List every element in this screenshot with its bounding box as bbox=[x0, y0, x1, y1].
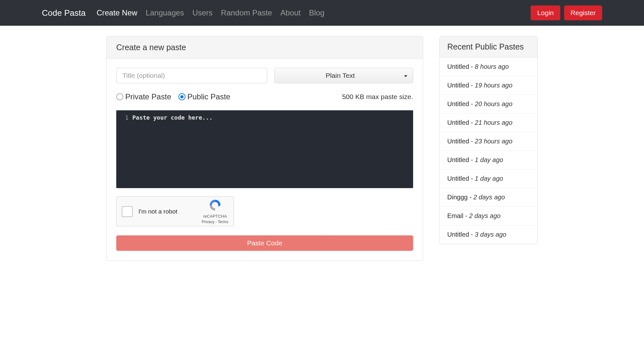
radio-checked-icon bbox=[178, 93, 185, 100]
sidebar-item-title: Untitled bbox=[447, 175, 469, 182]
sidebar-item-recent[interactable]: Untitled - 1 day ago bbox=[440, 169, 537, 188]
line-number: 1 bbox=[116, 114, 132, 121]
private-radio[interactable]: Private Paste bbox=[116, 92, 171, 101]
sidebar-item-title: Untitled bbox=[447, 100, 469, 107]
recaptcha-icon bbox=[209, 199, 222, 213]
nav-languages[interactable]: Languages bbox=[146, 8, 184, 17]
sidebar-item-time: 20 hours ago bbox=[475, 100, 513, 107]
recaptcha-brand: reCAPTCHA bbox=[203, 214, 227, 219]
sidebar-item-title: Untitled bbox=[447, 63, 469, 70]
sidebar-item-title: Untitled bbox=[447, 82, 469, 89]
create-panel: Create a new paste Plain Text Private Pa… bbox=[106, 36, 423, 261]
sidebar-item-time: 1 day ago bbox=[475, 156, 503, 163]
paste-code-button[interactable]: Paste Code bbox=[116, 235, 413, 251]
title-input[interactable] bbox=[116, 68, 267, 83]
sidebar-item-title: Dinggg bbox=[447, 194, 468, 201]
language-select-wrap: Plain Text bbox=[274, 68, 413, 83]
sidebar-item-time: 21 hours ago bbox=[475, 119, 513, 126]
public-radio[interactable]: Public Paste bbox=[178, 92, 230, 101]
editor-line: 1 Paste your code here... bbox=[116, 114, 413, 121]
sidebar-item-recent[interactable]: Untitled - 21 hours ago bbox=[440, 114, 537, 132]
sidebar-item-title: Untitled bbox=[447, 156, 469, 163]
nav-right: Login Register bbox=[531, 5, 602, 20]
recaptcha-links[interactable]: Privacy - Terms bbox=[202, 220, 228, 224]
sidebar-item-title: Untitled bbox=[447, 138, 469, 145]
recaptcha-checkbox[interactable] bbox=[122, 206, 133, 217]
nav-users[interactable]: Users bbox=[192, 8, 213, 17]
recent-sidebar: Recent Public Pastes Untitled - 8 hours … bbox=[439, 36, 538, 244]
panel-body: Plain Text Private Paste Public Paste bbox=[107, 59, 423, 260]
nav-create-new[interactable]: Create New bbox=[97, 8, 137, 17]
radio-group: Private Paste Public Paste bbox=[116, 92, 230, 101]
public-radio-label: Public Paste bbox=[187, 92, 230, 101]
sidebar-item-time: 3 days ago bbox=[475, 231, 507, 238]
language-select[interactable]: Plain Text bbox=[274, 68, 413, 83]
navbar: Code Pasta Create New Languages Users Ra… bbox=[0, 0, 644, 26]
panel-heading: Create a new paste bbox=[107, 36, 423, 59]
sidebar-item-recent[interactable]: Untitled - 19 hours ago bbox=[440, 76, 537, 95]
register-button[interactable]: Register bbox=[564, 5, 602, 20]
size-note: 500 KB max paste size. bbox=[342, 93, 413, 101]
private-radio-label: Private Paste bbox=[125, 92, 171, 101]
sidebar-item-recent[interactable]: Dinggg - 2 days ago bbox=[440, 188, 537, 207]
sidebar-item-recent[interactable]: Email - 2 days ago bbox=[440, 207, 537, 225]
nav-random-paste[interactable]: Random Paste bbox=[221, 8, 272, 17]
recaptcha-badge: reCAPTCHA Privacy - Terms bbox=[202, 199, 228, 224]
code-editor[interactable]: 1 Paste your code here... bbox=[116, 110, 413, 188]
radio-row: Private Paste Public Paste 500 KB max pa… bbox=[116, 92, 413, 101]
sidebar-item-time: 23 hours ago bbox=[475, 138, 513, 145]
sidebar-item-time: 19 hours ago bbox=[475, 82, 513, 89]
sidebar-item-recent[interactable]: Untitled - 3 days ago bbox=[440, 225, 537, 244]
nav-about[interactable]: About bbox=[280, 8, 301, 17]
sidebar-item-recent[interactable]: Untitled - 20 hours ago bbox=[440, 95, 537, 114]
nav-left: Code Pasta Create New Languages Users Ra… bbox=[42, 8, 325, 18]
sidebar-item-time: 8 hours ago bbox=[475, 63, 509, 70]
sidebar-item-time: 2 days ago bbox=[473, 194, 505, 201]
sidebar-item-recent[interactable]: Untitled - 8 hours ago bbox=[440, 58, 537, 76]
editor-placeholder: Paste your code here... bbox=[132, 114, 213, 121]
sidebar-heading: Recent Public Pastes bbox=[440, 36, 537, 58]
sidebar-item-recent[interactable]: Untitled - 1 day ago bbox=[440, 151, 537, 169]
radio-icon bbox=[116, 93, 123, 100]
sidebar-item-title: Untitled bbox=[447, 119, 469, 126]
sidebar-item-title: Email bbox=[447, 212, 463, 219]
recaptcha-label: I'm not a robot bbox=[138, 208, 196, 215]
brand-link[interactable]: Code Pasta bbox=[42, 8, 86, 18]
sidebar-item-title: Untitled bbox=[447, 231, 469, 238]
recaptcha-widget: I'm not a robot reCAPTCHA Privacy - Term… bbox=[116, 196, 234, 226]
sidebar-item-recent[interactable]: Untitled - 23 hours ago bbox=[440, 132, 537, 151]
top-row: Plain Text bbox=[116, 68, 413, 83]
sidebar-item-time: 2 days ago bbox=[469, 212, 501, 219]
nav-blog[interactable]: Blog bbox=[309, 8, 325, 17]
sidebar-item-time: 1 day ago bbox=[475, 175, 503, 182]
main-container: Create a new paste Plain Text Private Pa… bbox=[106, 26, 538, 277]
login-button[interactable]: Login bbox=[531, 5, 560, 20]
